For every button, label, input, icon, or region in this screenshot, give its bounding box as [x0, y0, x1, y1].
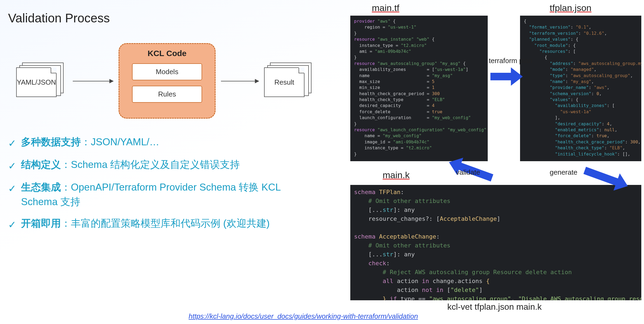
validation-diagram: YAML/JSON KCL Code Models Rules Result — [16, 38, 307, 124]
bullet-item: ✓结构定义：Schema 结构化定义及自定义错误支持 — [8, 157, 299, 173]
yaml-json-stack: YAML/JSON — [16, 67, 57, 97]
result-stack: Result — [264, 67, 304, 97]
bullet-text: 生态集成：OpenAPI/Terraform Provider Schema 转… — [21, 180, 299, 209]
maink-label: main.k — [383, 170, 410, 180]
validate-label: validate — [456, 168, 480, 177]
arrow-yaml-to-kcl — [73, 81, 113, 81]
bullet-list: ✓多种数据支持：JSON/YAML/…✓结构定义：Schema 结构化定义及自定… — [8, 135, 299, 239]
bullet-text: 结构定义：Schema 结构化定义及自定义错误支持 — [21, 157, 240, 172]
result-label: Result — [274, 78, 294, 87]
arrow-generate — [583, 167, 619, 186]
generate-label: generate — [550, 168, 577, 177]
kcl-box-title: KCL Code — [119, 49, 215, 58]
check-icon: ✓ — [8, 136, 16, 150]
rules-box: Rules — [132, 86, 202, 103]
bullet-item: ✓生态集成：OpenAPI/Terraform Provider Schema … — [8, 180, 299, 209]
check-icon: ✓ — [8, 159, 16, 173]
terraform-plan-label: terraform plan — [489, 57, 532, 65]
check-icon: ✓ — [8, 218, 16, 232]
footer-link[interactable]: https://kcl-lang.io/docs/user_docs/guide… — [189, 312, 418, 320]
yaml-json-label: YAML/JSON — [17, 78, 56, 87]
arrow-terraform-plan — [490, 73, 512, 80]
page-title: Validation Process — [8, 11, 110, 25]
maintf-label: main.tf — [372, 3, 399, 13]
kcl-code-box: KCL Code Models Rules — [119, 43, 216, 119]
arrow-kcl-to-result — [221, 81, 259, 81]
bullet-text: 多种数据支持：JSON/YAML/… — [21, 135, 159, 149]
maink-code: schema TFPlan: # Omit other attributes [… — [350, 185, 641, 300]
bullet-text: 开箱即用：丰富的配置策略模型库和代码示例 (欢迎共建) — [21, 216, 270, 231]
maintf-code: provider "aws" { region = "us-west-1"}re… — [350, 16, 488, 161]
bullet-item: ✓开箱即用：丰富的配置策略模型库和代码示例 (欢迎共建) — [8, 216, 299, 232]
check-icon: ✓ — [8, 182, 16, 196]
tfplan-label: tfplan.json — [550, 3, 591, 13]
tfplan-code: { "format_version": "0.1", "terraform_ve… — [520, 16, 641, 161]
models-box: Models — [132, 63, 202, 80]
bullet-item: ✓多种数据支持：JSON/YAML/… — [8, 135, 299, 150]
bottom-command: kcl-vet tfplan.json main.k — [447, 302, 542, 312]
